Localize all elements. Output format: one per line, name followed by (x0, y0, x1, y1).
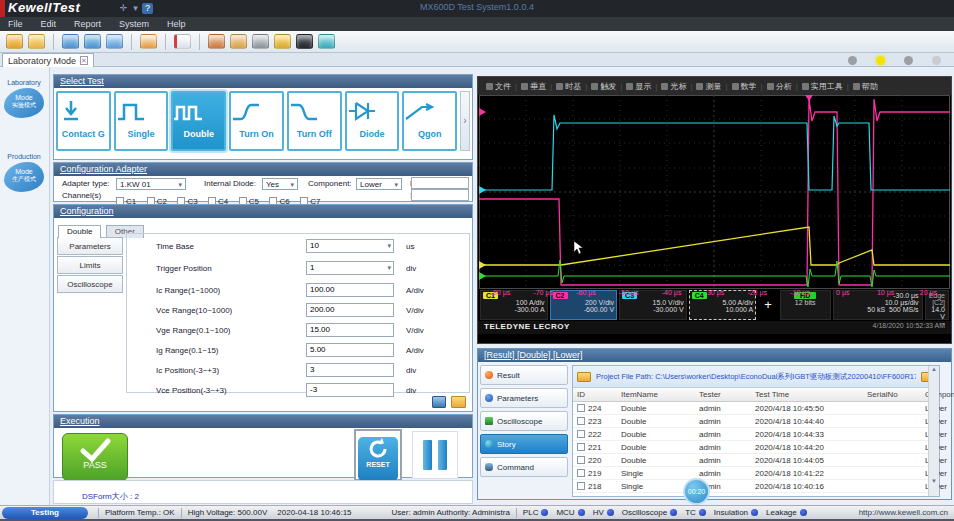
row-checkbox[interactable] (577, 443, 585, 451)
production-label: Production (2, 153, 46, 160)
contact-icon (58, 99, 84, 123)
scope-menu-analysis[interactable]: 分析 (763, 81, 796, 92)
test-button-diode[interactable]: Diode (345, 91, 400, 151)
scope-menu-help[interactable]: 帮助 (849, 81, 882, 92)
table-row[interactable]: 220Doubleadmin2020/4/18 10:44:05Lower (573, 454, 939, 467)
trigger-icon (591, 83, 598, 90)
table-scrollbar[interactable]: ▲▼ (928, 366, 939, 496)
scope-menu-file[interactable]: 文件 (482, 81, 515, 92)
menu-edit[interactable]: Edit (41, 19, 57, 29)
test-button-contact-g[interactable]: Contact G (56, 91, 111, 151)
hand-click-icon[interactable] (106, 34, 123, 49)
table-row[interactable]: 221Doubleadmin2020/4/18 10:44:20Lower (573, 441, 939, 454)
form-row-ig-range: Ig Range(0.1~15) 5.00 A/div (134, 343, 464, 361)
serial-number-input[interactable] (411, 189, 469, 201)
tab-close-icon[interactable]: ✕ (80, 56, 88, 65)
reset-button[interactable]: RESET (354, 429, 402, 481)
dropdown-icon[interactable]: ▾ (130, 3, 141, 14)
trigger-position-select[interactable]: 1▾ (306, 261, 394, 275)
test-button-turn-on[interactable]: Turn On (229, 91, 284, 151)
clipboard-icon[interactable] (140, 34, 157, 49)
dut-type-input[interactable] (411, 177, 469, 189)
row-checkbox[interactable] (577, 469, 585, 477)
users-icon[interactable] (230, 34, 247, 49)
scope-menu-vertical[interactable]: 垂直 (517, 81, 550, 92)
status-light (904, 56, 913, 65)
scales-icon[interactable] (274, 34, 291, 49)
ig-range-input[interactable]: 5.00 (306, 343, 394, 357)
project-file-path: Project File Path: C:\Users\worker\Deskt… (596, 372, 916, 382)
open-folder-icon[interactable] (6, 34, 23, 49)
component-select[interactable]: Lower▾ (356, 178, 402, 190)
row-checkbox[interactable] (577, 404, 585, 412)
menu-report[interactable]: Report (74, 19, 101, 29)
menu-file[interactable]: File (8, 19, 23, 29)
tools-icon[interactable] (252, 34, 269, 49)
sidebar-item-laboratory[interactable]: Laboratory Mode实验模式 (2, 79, 46, 141)
nav-parameters[interactable]: Parameters (480, 388, 568, 408)
scope-menu-trigger[interactable]: 触发 (587, 81, 620, 92)
table-row[interactable]: 218Singleadmin2020/4/18 10:40:16Lower (573, 480, 939, 493)
internal-diode-select[interactable]: Yes▾ (262, 178, 298, 190)
analysis-icon (767, 83, 774, 90)
scope-menu-display[interactable]: 显示 (622, 81, 655, 92)
monitor-icon[interactable] (296, 34, 313, 49)
ic-position-input[interactable]: 3 (306, 363, 394, 377)
scope-menu-timebase[interactable]: 时基 (552, 81, 585, 92)
row-checkbox[interactable] (577, 417, 585, 425)
vce-position-input[interactable]: -3 (306, 383, 394, 397)
menu-help[interactable]: Help (167, 19, 186, 29)
table-row[interactable]: 224Doubleadmin2020/4/18 10:45:50Lower (573, 402, 939, 415)
folder-icon (577, 372, 591, 382)
high-voltage: High Voltage: 500.00V (188, 508, 268, 517)
card-icon[interactable] (62, 34, 79, 49)
report-doc-icon[interactable] (174, 34, 191, 49)
pause-button[interactable] (412, 431, 458, 479)
card-alt-icon[interactable] (84, 34, 101, 49)
more-tests-chevron[interactable]: › (460, 91, 470, 151)
scope-menu-utilities[interactable]: 实用工具 (798, 81, 847, 92)
scope-menu-cursors[interactable]: 光标 (657, 81, 690, 92)
user-icon[interactable] (208, 34, 225, 49)
vge-range-input[interactable]: 15.00 (306, 323, 394, 337)
tab-laboratory-mode[interactable]: Laboratory Mode ✕ (2, 53, 94, 67)
nav-oscilloscope[interactable]: Oscilloscope (480, 411, 568, 431)
row-checkbox[interactable] (577, 456, 585, 464)
test-button-single[interactable]: Single (114, 91, 169, 151)
test-button-double[interactable]: Double (171, 91, 226, 151)
ic-range-input[interactable]: 100.00 (306, 283, 394, 297)
open-project-icon[interactable] (28, 34, 45, 49)
nav-command[interactable]: Command (480, 457, 568, 477)
table-row[interactable]: 222Doubleadmin2020/4/18 10:44:33Lower (573, 428, 939, 441)
tab-double[interactable]: Double (58, 225, 101, 238)
load-config-icon[interactable] (451, 396, 466, 408)
scope-menu-math[interactable]: 数学 (728, 81, 761, 92)
row-checkbox[interactable] (577, 482, 585, 490)
nav-result[interactable]: Result (480, 365, 568, 385)
scope-menu-measure[interactable]: 测量 (692, 81, 725, 92)
adapter-type-select[interactable]: 1.KW 01▾ (116, 178, 186, 190)
title-bar: KewellTest ✛ ▾ ? MX600D Test System1.0.0… (0, 0, 954, 17)
table-row[interactable]: 219Singleadmin2020/4/18 10:41:22Lower (573, 467, 939, 480)
test-button-qgon[interactable]: Qgon (402, 91, 457, 151)
camera-icon[interactable] (318, 34, 335, 49)
tab-strip: Laboratory Mode ✕ (0, 53, 954, 67)
help-box-icon[interactable]: ? (142, 3, 153, 14)
nav-story[interactable]: Story (480, 434, 568, 454)
save-config-icon[interactable] (432, 396, 446, 408)
time-base-select[interactable]: 10▾ (306, 239, 394, 253)
row-checkbox[interactable] (577, 430, 585, 438)
table-row[interactable]: 223Doubleadmin2020/4/18 10:44:40Lower (573, 415, 939, 428)
status-light (848, 56, 857, 65)
pass-button[interactable]: PASS (62, 433, 128, 481)
vce-range-input[interactable]: 200.00 (306, 303, 394, 317)
side-tab-oscilloscope[interactable]: Oscilloscope (57, 275, 123, 293)
menu-system[interactable]: System (119, 19, 149, 29)
website-url: http://www.kewell.com.cn (859, 508, 948, 517)
move-icon[interactable]: ✛ (118, 3, 129, 14)
side-tab-parameters[interactable]: Parameters (57, 237, 123, 255)
sidebar-item-production[interactable]: Production Mode生产模式 (2, 153, 46, 215)
results-content: Project File Path: C:\Users\worker\Deskt… (572, 365, 940, 497)
side-tab-limits[interactable]: Limits (57, 256, 123, 274)
test-button-turn-off[interactable]: Turn Off (287, 91, 342, 151)
